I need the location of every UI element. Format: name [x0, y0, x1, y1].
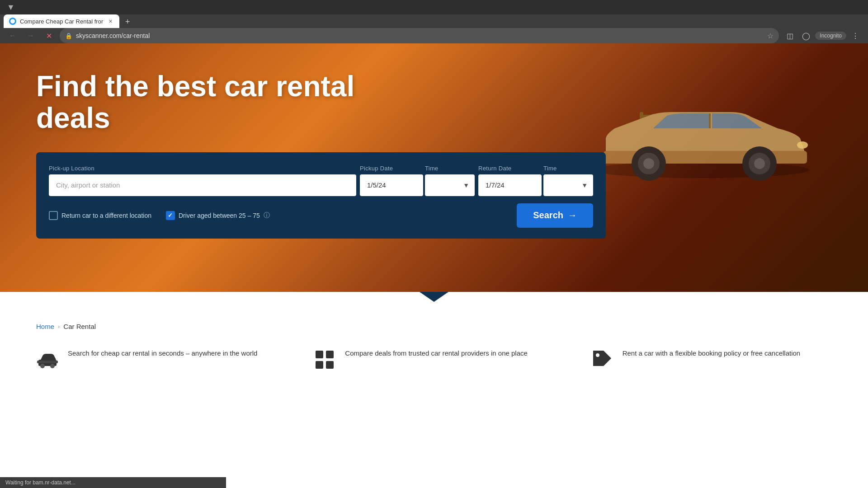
return-different-option[interactable]: Return car to a different location	[49, 211, 151, 220]
search-label: Search	[533, 210, 563, 221]
profile-icon[interactable]: ◯	[799, 28, 813, 43]
lock-icon: 🔒	[65, 33, 72, 39]
form-main-row: Pick-up Location Pickup Date 1/5/24 Time…	[49, 165, 593, 196]
back-button[interactable]: ←	[5, 28, 20, 43]
browser-chrome: ▼ Compare Cheap Car Rental fror ✕ + ← → …	[0, 0, 868, 43]
svg-rect-20	[316, 361, 323, 369]
pickup-time-field: Time ▼	[425, 165, 475, 196]
svg-point-15	[40, 364, 45, 368]
info-icon[interactable]: ⓘ	[264, 211, 270, 220]
pickup-date-label: Pickup Date	[360, 165, 423, 172]
return-different-checkbox[interactable]	[49, 211, 58, 220]
svg-point-0	[10, 19, 15, 23]
pickup-date-input[interactable]: 1/5/24	[360, 174, 423, 196]
tag-feature-icon	[591, 348, 613, 371]
grid-feature-icon	[313, 348, 336, 371]
status-text: Waiting for bam.nr-data.net...	[5, 479, 75, 486]
toolbar-right: ◫ ◯ Incognito ⋮	[783, 28, 863, 43]
breadcrumb: Home › Car Rental	[36, 323, 832, 330]
return-date-input[interactable]: 1/7/24	[478, 174, 542, 196]
return-time-field: Time ▼	[543, 165, 593, 196]
pickup-location-label: Pick-up Location	[49, 165, 356, 172]
svg-point-9	[643, 158, 654, 169]
connector-row	[0, 292, 868, 305]
breadcrumb-current: Car Rental	[63, 323, 96, 330]
tab-favicon	[9, 18, 16, 25]
return-time-select[interactable]: ▼	[543, 174, 593, 196]
menu-icon[interactable]: ⋮	[848, 28, 863, 43]
incognito-badge: Incognito	[815, 32, 846, 40]
active-tab[interactable]: Compare Cheap Car Rental fror ✕	[4, 14, 119, 28]
features-row: Search for cheap car rental in seconds –…	[36, 348, 832, 371]
feature-text-compare: Compare deals from trusted car rental pr…	[345, 348, 528, 359]
feature-item-search: Search for cheap car rental in seconds –…	[36, 348, 277, 371]
search-button[interactable]: Search →	[517, 203, 593, 228]
return-date-label: Return Date	[478, 165, 542, 172]
url-display: skyscanner.com/car-rental	[76, 32, 764, 39]
svg-point-22	[596, 353, 599, 357]
feature-item-compare: Compare deals from trusted car rental pr…	[313, 348, 554, 371]
tab-title: Compare Cheap Car Rental fror	[20, 18, 103, 25]
pickup-time-label: Time	[425, 165, 475, 172]
return-different-label: Return car to a different location	[61, 212, 151, 219]
address-bar[interactable]: 🔒 skyscanner.com/car-rental ☆	[60, 28, 779, 43]
pickup-location-input[interactable]	[49, 174, 356, 196]
form-options-row: Return car to a different location Drive…	[49, 203, 593, 228]
svg-rect-18	[316, 351, 323, 358]
status-bar: Waiting for bam.nr-data.net...	[0, 477, 226, 488]
svg-rect-17	[37, 361, 58, 363]
new-tab-btn[interactable]: +	[121, 15, 134, 28]
pickup-time-select[interactable]: ▼	[425, 174, 475, 196]
extensions-icon[interactable]: ◫	[783, 28, 797, 43]
return-time-chevron: ▼	[581, 182, 588, 189]
chevron-connector	[420, 292, 448, 302]
bookmark-icon[interactable]: ☆	[767, 32, 774, 40]
svg-rect-19	[326, 351, 334, 358]
driver-age-option[interactable]: Driver aged between 25 – 75 ⓘ	[166, 211, 270, 220]
breadcrumb-separator: ›	[58, 323, 60, 330]
svg-point-1	[592, 162, 809, 178]
feature-text-search: Search for cheap car rental in seconds –…	[68, 348, 257, 359]
car-illustration	[570, 80, 832, 215]
forward-button[interactable]: →	[24, 28, 38, 43]
pickup-date-value: 1/5/24	[367, 181, 386, 189]
tab-close-btn[interactable]: ✕	[107, 18, 114, 25]
svg-point-16	[50, 364, 55, 368]
return-date-field: Return Date 1/7/24	[478, 165, 542, 196]
search-form: Pick-up Location Pickup Date 1/5/24 Time…	[36, 152, 606, 239]
below-fold-section: Home › Car Rental Search for cheap car r…	[0, 305, 868, 389]
svg-rect-21	[326, 361, 334, 369]
pickup-date-field: Pickup Date 1/5/24	[360, 165, 423, 196]
browser-titlebar: ▼	[0, 0, 868, 14]
search-arrow-icon: →	[568, 210, 577, 221]
pickup-location-field: Pick-up Location	[49, 165, 356, 196]
tab-bar: Compare Cheap Car Rental fror ✕ +	[0, 14, 868, 28]
driver-age-checkbox[interactable]	[166, 211, 175, 220]
svg-point-12	[754, 158, 765, 169]
return-date-value: 1/7/24	[486, 181, 505, 189]
hero-section: Find the best car rental deals Pick-up L…	[0, 43, 868, 292]
svg-point-13	[797, 141, 808, 149]
window-controls: ▼	[4, 0, 18, 14]
reload-button[interactable]: ✕	[42, 28, 56, 43]
breadcrumb-home-link[interactable]: Home	[36, 323, 54, 330]
driver-age-label: Driver aged between 25 – 75	[179, 212, 260, 219]
browser-toolbar: ← → ✕ 🔒 skyscanner.com/car-rental ☆ ◫ ◯ …	[0, 28, 868, 43]
feature-text-flexible: Rent a car with a flexible booking polic…	[623, 348, 801, 359]
pickup-time-chevron: ▼	[463, 182, 469, 189]
feature-item-flexible: Rent a car with a flexible booking polic…	[591, 348, 832, 371]
back-btn-title[interactable]: ▼	[4, 0, 18, 14]
car-feature-icon	[36, 348, 59, 371]
hero-title: Find the best car rental deals	[36, 70, 398, 134]
return-time-label: Time	[543, 165, 593, 172]
